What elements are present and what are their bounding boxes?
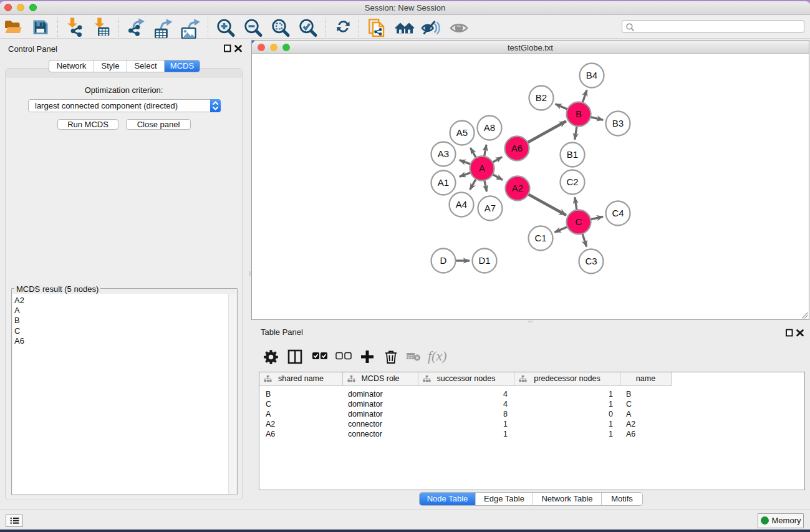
svg-text:A7: A7 <box>485 203 496 213</box>
svg-text:B2: B2 <box>536 92 547 103</box>
svg-text:C4: C4 <box>612 208 624 218</box>
svg-text:B3: B3 <box>612 118 624 128</box>
svg-text:B: B <box>576 109 582 119</box>
svg-text:C: C <box>576 216 582 227</box>
svg-text:C3: C3 <box>585 256 597 266</box>
svg-text:A2: A2 <box>512 183 523 193</box>
svg-text:A5: A5 <box>456 127 468 138</box>
svg-text:A6: A6 <box>511 143 523 153</box>
svg-text:D1: D1 <box>478 255 490 266</box>
svg-text:A8: A8 <box>484 122 495 133</box>
svg-text:B1: B1 <box>567 149 578 160</box>
svg-text:C2: C2 <box>566 177 578 187</box>
svg-text:C1: C1 <box>534 233 546 243</box>
svg-text:B4: B4 <box>586 70 597 80</box>
svg-text:A1: A1 <box>438 177 449 188</box>
svg-text:A: A <box>479 163 485 173</box>
svg-text:A4: A4 <box>456 199 467 210</box>
svg-text:D: D <box>440 255 447 266</box>
svg-text:A3: A3 <box>438 148 449 159</box>
